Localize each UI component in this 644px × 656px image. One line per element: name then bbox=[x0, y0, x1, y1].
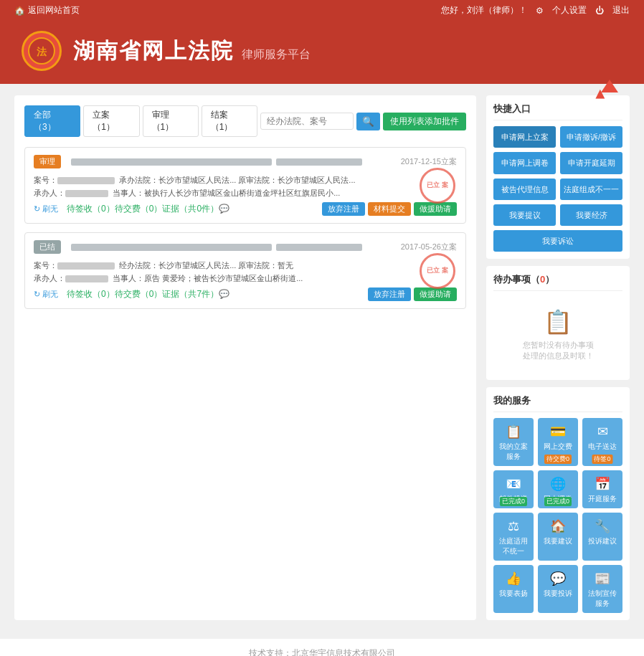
service-badge-transfer: 已完成0 bbox=[544, 497, 572, 506]
case-actions: 放弃注册 做援助请 bbox=[368, 287, 457, 301]
case-title-redacted bbox=[71, 244, 272, 251]
service-icon-law: 📰 bbox=[585, 571, 620, 586]
action-btn-1[interactable]: 放弃注册 bbox=[322, 202, 365, 216]
quick-entry-grid: 申请网上立案 申请撤诉/撤诉 申请网上调卷 申请开庭延期 被告代理信息 法庭组成… bbox=[493, 126, 622, 252]
service-icon-payment: 💳 bbox=[541, 424, 575, 439]
service-item-law[interactable]: 📰 法制宣传服务 bbox=[582, 565, 622, 613]
service-item-report[interactable]: 💬 我要投诉 bbox=[538, 565, 578, 613]
case-stats: 待签收（0）待交费（0）证据（共0件）💬 bbox=[67, 203, 229, 215]
quick-entry-title: 快捷入口 bbox=[493, 103, 622, 120]
quick-btn-court[interactable]: 法庭组成不一一 bbox=[560, 179, 622, 200]
svg-text:法: 法 bbox=[37, 46, 47, 57]
case-title-bar: 已结 bbox=[34, 240, 401, 254]
service-label-praise: 我要表扬 bbox=[496, 589, 531, 599]
service-label-payment: 网上交费 bbox=[541, 442, 575, 452]
case-stamp: 已立 案 bbox=[420, 253, 455, 289]
site-title: 湖南省网上法院 bbox=[73, 39, 234, 62]
my-services-panel: 我的服务 📋 我的立案服务 💳 网上交费 待交费0 ✉ 电子送达 待签0 � bbox=[486, 387, 630, 620]
tab-closed[interactable]: 结案（1） bbox=[202, 105, 257, 137]
service-badge-mail: 已完成0 bbox=[500, 497, 527, 506]
logout-link[interactable]: 退出 bbox=[612, 4, 630, 16]
service-label-delivery: 电子送达 bbox=[585, 442, 620, 452]
refresh-link[interactable]: ↻ 刷无 bbox=[34, 289, 58, 300]
settings-link[interactable]: 个人设置 bbox=[552, 4, 587, 16]
pending-count: 0 bbox=[540, 274, 545, 285]
quick-btn-postpone[interactable]: 申请开庭延期 bbox=[560, 152, 622, 173]
case-status-badge: 已结 bbox=[34, 240, 61, 254]
case-title-redacted2 bbox=[276, 244, 362, 251]
quick-btn-proposal[interactable]: 我要提议 bbox=[493, 204, 556, 226]
batch-add-button[interactable]: 使用列表添加批件 bbox=[383, 113, 466, 130]
case-header: 已结 2017-05-26立案 bbox=[34, 240, 457, 254]
home-icon: 🏠 bbox=[14, 6, 25, 16]
service-icon-delivery: ✉ bbox=[585, 424, 620, 439]
service-label-complaint: 投诉建议 bbox=[585, 536, 620, 546]
case-stats: 待签收（0）待交费（0）证据（共7件）💬 bbox=[67, 288, 229, 300]
refresh-link[interactable]: ↻ 刷无 bbox=[34, 204, 58, 214]
service-item-payment[interactable]: 💳 网上交费 待交费0 bbox=[538, 418, 578, 466]
pending-empty-state: 📋 您暂时没有待办事项处理的信息及时联！ bbox=[493, 297, 622, 373]
search-input[interactable] bbox=[260, 113, 354, 130]
service-item-delivery[interactable]: ✉ 电子送达 待签0 bbox=[582, 418, 622, 466]
service-label-suggest: 我要建议 bbox=[541, 536, 575, 546]
case-info: 案号： 经办法院：长沙市望城区人民法... 原审法院：暂无 承办人： 当事人：原… bbox=[34, 260, 457, 285]
tab-filing[interactable]: 立案（1） bbox=[83, 105, 139, 137]
party-info: 当事人：被执行人长沙市望城区金山桥街道金坪社区红旗居民小... bbox=[113, 189, 340, 197]
action-btn-1[interactable]: 放弃注册 bbox=[368, 287, 411, 301]
user-actions-area: 您好，刘洋（律师）！ ⚙ 个人设置 ⏻ 退出 bbox=[441, 4, 630, 16]
quick-btn-filing[interactable]: 申请网上立案 bbox=[493, 126, 556, 148]
service-item-complaint[interactable]: 🔧 投诉建议 bbox=[582, 513, 622, 561]
quick-btn-transfer[interactable]: 申请网上调卷 bbox=[493, 152, 556, 173]
case-stamp: 已立 案 bbox=[420, 168, 455, 204]
home-link-area[interactable]: 🏠 返回网站首页 bbox=[14, 4, 80, 16]
handler-info: 承办法院：长沙市望城区人民法... 原审法院：长沙市望城区人民法... bbox=[119, 176, 355, 184]
service-grid: 📋 我的立案服务 💳 网上交费 待交费0 ✉ 电子送达 待签0 📧 邮件投递 已… bbox=[493, 418, 622, 613]
service-item-transfer[interactable]: 🌐 网上调卷 已完成0 bbox=[538, 470, 578, 508]
handler-info: 经办法院：长沙市望城区人民法... 原审法院：暂无 bbox=[119, 261, 293, 270]
quick-btn-withdraw[interactable]: 申请撤诉/撤诉 bbox=[560, 126, 622, 148]
service-icon-complaint: 🔧 bbox=[585, 518, 620, 534]
service-label-law: 法制宣传服务 bbox=[585, 589, 620, 609]
header-title-group: 湖南省网上法院 律师服务平台 bbox=[73, 37, 311, 66]
greeting-text: 您好，刘洋（律师）！ bbox=[441, 4, 527, 16]
service-item-court[interactable]: 📅 开庭服务 bbox=[582, 470, 622, 508]
pending-items-panel: 待办事项（0） 📋 您暂时没有待办事项处理的信息及时联！ bbox=[486, 266, 630, 380]
service-icon-report: 💬 bbox=[541, 571, 575, 586]
service-item-filing[interactable]: 📋 我的立案服务 bbox=[493, 418, 534, 466]
quick-btn-economy[interactable]: 我要经济 bbox=[560, 204, 622, 226]
case-info: 案号： 承办法院：长沙市望城区人民法... 原审法院：长沙市望城区人民法... … bbox=[34, 174, 457, 199]
pending-title: 待办事项（0） bbox=[493, 273, 622, 291]
quick-entry-panel: ▼ 快捷入口 申请网上立案 申请撤诉/撤诉 申请网上调卷 申请开庭延期 被告代理… bbox=[486, 95, 630, 259]
search-button[interactable]: 🔍 bbox=[356, 113, 380, 130]
service-icon-mail: 📧 bbox=[496, 476, 531, 492]
search-area: 🔍 bbox=[260, 113, 380, 130]
tab-all[interactable]: 全部（3） bbox=[24, 105, 80, 137]
pending-empty-text: 您暂时没有待办事项处理的信息及时联！ bbox=[499, 340, 617, 361]
case-actions: 放弃注册 材料提交 做援助请 bbox=[322, 202, 457, 216]
action-btn-2[interactable]: 做援助请 bbox=[414, 287, 457, 301]
service-icon-praise: 👍 bbox=[496, 571, 531, 586]
case-list-panel: 全部（3） 立案（1） 审理（1） 结案（1） 🔍 使用列表添加批件 审理 20… bbox=[14, 95, 476, 620]
service-item-praise[interactable]: 👍 我要表扬 bbox=[493, 565, 534, 613]
case-header: 审理 2017-12-15立案 bbox=[34, 155, 457, 168]
empty-icon: 📋 bbox=[499, 308, 617, 336]
quick-btn-lawsuit[interactable]: 我要诉讼 bbox=[493, 230, 622, 252]
action-btn-2[interactable]: 材料提交 bbox=[368, 202, 411, 216]
logout-icon: ⏻ bbox=[595, 6, 604, 16]
service-item-legal[interactable]: ⚖ 法庭适用不统一 bbox=[493, 513, 534, 561]
service-label-report: 我要投诉 bbox=[541, 589, 575, 599]
tab-trial[interactable]: 审理（1） bbox=[143, 105, 199, 137]
case-title-redacted2 bbox=[276, 158, 362, 166]
case-date: 2017-12-15立案 bbox=[401, 156, 457, 167]
home-link-text[interactable]: 返回网站首页 bbox=[28, 4, 80, 16]
right-panel: ▼ 快捷入口 申请网上立案 申请撤诉/撤诉 申请网上调卷 申请开庭延期 被告代理… bbox=[486, 95, 630, 620]
case-item: 审理 2017-12-15立案 案号： 承办法院：长沙市望城区人民法... 原审… bbox=[24, 147, 466, 224]
quick-btn-defendant[interactable]: 被告代理信息 bbox=[493, 179, 556, 200]
page-footer: 技术支持：北京华宇信息技术有限公司 bbox=[0, 639, 644, 656]
action-btn-3[interactable]: 做援助请 bbox=[414, 202, 457, 216]
service-item-suggest[interactable]: 🏠 我要建议 bbox=[538, 513, 578, 561]
case-footer: ↻ 刷无 待签收（0）待交费（0）证据（共0件）💬 放弃注册 材料提交 做援助请 bbox=[34, 202, 457, 216]
service-item-mail[interactable]: 📧 邮件投递 已完成0 bbox=[493, 470, 534, 508]
service-label-filing: 我的立案服务 bbox=[496, 442, 531, 462]
tab-bar: 全部（3） 立案（1） 审理（1） 结案（1） 🔍 使用列表添加批件 bbox=[24, 105, 466, 137]
